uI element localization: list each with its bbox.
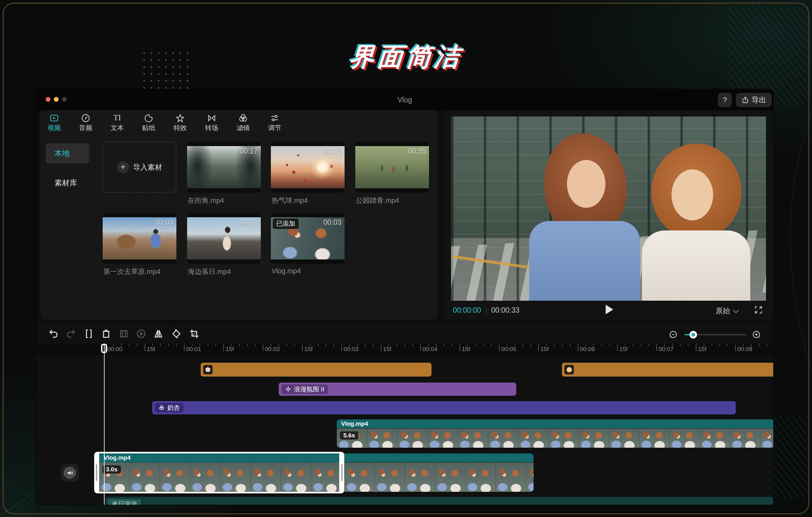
tab-label: 贴纸 xyxy=(132,123,165,132)
timeline-zoom-slider[interactable] xyxy=(685,334,746,335)
tab-video[interactable]: 视频 xyxy=(40,113,70,134)
tab-adjust[interactable]: 调节 xyxy=(258,113,291,134)
ruler-label: 15f xyxy=(541,346,549,353)
tab-label: 音频 xyxy=(69,123,102,132)
video-clip-top[interactable]: Vlog.mp4 5.6s xyxy=(337,419,773,448)
bottom-track-clip[interactable]: 春日漫游 xyxy=(105,497,773,505)
media-card-sunset[interactable]: 00:01 海边落日.mp4 xyxy=(187,213,261,264)
share-icon xyxy=(742,96,749,104)
scale-label: 原始 xyxy=(716,306,730,316)
trim-handle-right[interactable] xyxy=(341,464,343,481)
undo-button[interactable] xyxy=(48,328,60,340)
sticker-clip-2[interactable] xyxy=(562,363,773,376)
tab-effects[interactable]: 特效 xyxy=(164,113,197,134)
mirror-button[interactable] xyxy=(153,328,165,340)
play-button[interactable] xyxy=(606,305,613,314)
tab-sticker[interactable]: 贴纸 xyxy=(132,113,165,134)
media-card-park[interactable]: 00:35 公园踏青.mp4 xyxy=(355,142,429,193)
media-card-grassland[interactable]: 00:03 第一次去草原.mp4 xyxy=(103,213,176,264)
playhead-line[interactable] xyxy=(104,343,105,505)
split-button[interactable] xyxy=(83,328,95,340)
thumbnail: 已添加 00:03 xyxy=(271,217,345,260)
preview-video xyxy=(451,117,766,301)
duration-badge: 00:03 xyxy=(323,218,342,227)
media-name: 热气球.mp4 xyxy=(271,196,308,205)
export-button[interactable]: 导出 xyxy=(736,93,772,107)
timeline-panel: 00:0015f00:0115f00:0215f00:0315f00:0415f… xyxy=(36,324,773,505)
media-name: 公园踏青.mp4 xyxy=(356,196,399,205)
ruler-label: 00:07 xyxy=(659,346,674,353)
freeze-frame-button[interactable] xyxy=(118,328,130,340)
tab-label: 调节 xyxy=(258,123,291,132)
video-icon xyxy=(40,113,70,123)
export-label: 导出 xyxy=(752,95,766,105)
media-card-street[interactable]: 00:17 在街角.mp4 xyxy=(187,142,261,193)
current-time: 00:00:00 xyxy=(453,306,481,314)
filter-clip[interactable]: 奶杏 xyxy=(152,401,736,414)
effect-label: 浪漫氛围 II xyxy=(294,385,324,394)
tab-text[interactable]: TI 文本 xyxy=(101,113,134,134)
filmstrip xyxy=(337,428,773,448)
media-name: 在街角.mp4 xyxy=(188,196,224,205)
window-titlebar: Vlog ? 导出 xyxy=(36,89,773,110)
rotate-button[interactable] xyxy=(171,328,183,340)
media-name: 海边落日.mp4 xyxy=(188,267,231,276)
zoom-out-icon[interactable] xyxy=(669,330,678,339)
thumbnail: 00:17 xyxy=(187,146,261,188)
added-badge: 已添加 xyxy=(273,218,298,229)
tab-label: 转场 xyxy=(195,123,228,132)
flower-sticker-icon xyxy=(203,365,212,374)
media-card-balloon[interactable]: 00:15 热气球.mp4 xyxy=(271,142,345,193)
reverse-button[interactable] xyxy=(136,328,147,340)
ruler-label: 00:04 xyxy=(423,346,437,353)
media-card-vlog[interactable]: 已添加 00:03 Vlog.mp4 xyxy=(271,213,345,264)
ruler-label: 15f xyxy=(147,346,155,353)
effect-clip[interactable]: 浪漫氛围 II xyxy=(279,383,516,396)
speaker-icon xyxy=(64,467,76,479)
duration-badge: 00:15 xyxy=(323,147,342,156)
duration-badge: 00:35 xyxy=(408,147,426,156)
filter-icon xyxy=(227,113,260,123)
preview-panel: 00:00:00 | 00:00:33 原始 xyxy=(444,110,773,320)
ruler-label: 15f xyxy=(698,346,706,353)
duration-badge: 00:03 xyxy=(155,218,173,227)
sidebar-item-local[interactable]: 本地 xyxy=(46,143,89,163)
video-clip-continuation[interactable] xyxy=(344,453,533,492)
timeline-ruler[interactable]: 00:0015f00:0115f00:0215f00:0315f00:0415f… xyxy=(36,343,773,355)
filter-chip: 奶杏 xyxy=(155,403,183,413)
delete-button[interactable] xyxy=(100,328,112,340)
ruler-label: 15f xyxy=(462,346,470,353)
crop-button[interactable] xyxy=(189,328,201,340)
tab-label: 文本 xyxy=(101,123,134,132)
clip-header xyxy=(344,453,533,462)
scale-selector[interactable]: 原始 xyxy=(716,306,738,316)
trim-handle-left[interactable] xyxy=(96,464,97,481)
person-left-face xyxy=(567,160,605,208)
fullscreen-button[interactable] xyxy=(754,305,763,314)
sticker-clip-1[interactable] xyxy=(201,363,432,376)
clip-name: Vlog.mp4 xyxy=(337,419,773,428)
thumbnail: 00:35 xyxy=(355,146,429,188)
redo-button[interactable] xyxy=(65,328,77,340)
tab-transition[interactable]: 转场 xyxy=(195,113,228,134)
video-clip-selected[interactable]: Vlog.mp4 3.0s xyxy=(94,452,344,493)
text-icon: TI xyxy=(101,113,134,123)
zoom-in-icon[interactable] xyxy=(752,330,761,339)
ruler-label: 00:02 xyxy=(265,346,280,353)
help-button[interactable]: ? xyxy=(718,93,732,107)
mute-track-button[interactable] xyxy=(61,464,79,482)
effect-chip: 浪漫氛围 II xyxy=(282,385,328,394)
star-icon xyxy=(164,113,197,123)
chevron-down-icon xyxy=(733,307,738,313)
tab-audio[interactable]: 音频 xyxy=(69,113,102,134)
playhead-handle[interactable] xyxy=(101,344,107,353)
sparkle-icon xyxy=(285,386,291,392)
clip-duration-badge: 3.0s xyxy=(103,465,121,474)
tab-filter[interactable]: 滤镜 xyxy=(227,113,260,134)
sidebar-item-library[interactable]: 素材库 xyxy=(55,178,77,188)
tab-label: 视频 xyxy=(40,123,70,132)
import-media-tile[interactable]: + 导入素材 xyxy=(103,142,176,193)
slider-thumb[interactable] xyxy=(690,331,697,338)
ruler-label: 15f xyxy=(383,346,391,353)
sliders-icon xyxy=(258,113,291,123)
